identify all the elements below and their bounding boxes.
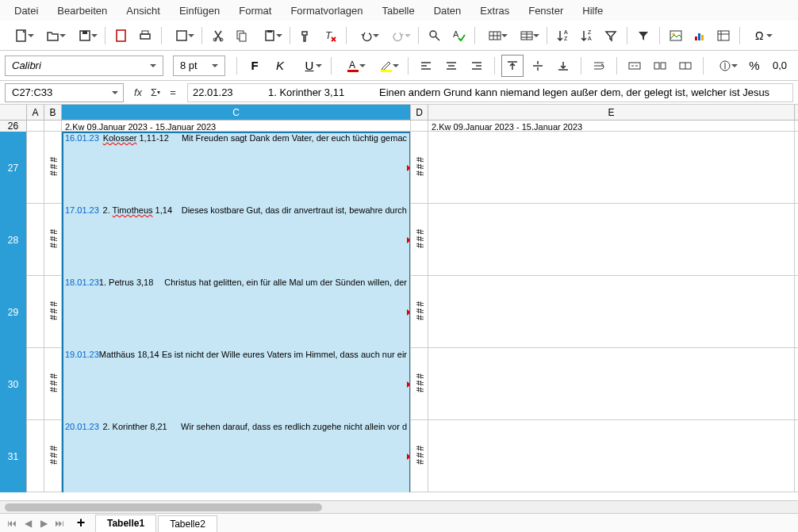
unmerge-button[interactable] <box>674 55 696 77</box>
autofilter-button[interactable] <box>600 25 622 47</box>
select-all-corner[interactable] <box>0 105 27 120</box>
menu-einfuegen[interactable]: Einfügen <box>171 2 228 20</box>
col-header-e[interactable]: E <box>428 105 795 120</box>
sheet-tab-1[interactable]: Tabelle1 <box>95 515 156 532</box>
menu-bearbeiten[interactable]: Bearbeiten <box>49 2 115 20</box>
font-size-combo[interactable]: 8 pt <box>173 55 225 76</box>
filter-button[interactable] <box>632 25 654 47</box>
font-name-combo[interactable]: Calibri <box>5 55 163 76</box>
find-button[interactable] <box>424 25 446 47</box>
cell-reference-box[interactable]: C27:C33 <box>5 83 124 102</box>
cell-b31[interactable]: ### <box>44 420 62 492</box>
italic-button[interactable]: K <box>269 55 291 77</box>
cell-c31[interactable]: 20.01.232. Korinther 8,21Wir sehen darau… <box>62 420 411 492</box>
preview-button[interactable] <box>167 25 197 47</box>
undo-button[interactable] <box>351 25 382 47</box>
menu-tabelle[interactable]: Tabelle <box>374 2 422 20</box>
image-button[interactable] <box>665 25 687 47</box>
sheet-tab-2[interactable]: Tabelle2 <box>158 515 217 532</box>
special-char-button[interactable]: Ω <box>745 25 775 47</box>
tab-prev-button[interactable]: ◀ <box>21 516 35 530</box>
highlight-button[interactable] <box>371 55 401 77</box>
copy-button[interactable] <box>231 25 253 47</box>
row-header-28[interactable]: 28 <box>0 204 27 276</box>
cell-a28[interactable] <box>27 204 44 276</box>
align-vcenter-button[interactable] <box>527 55 549 77</box>
function-wizard-button[interactable]: fx <box>130 85 146 101</box>
bold-button[interactable]: F <box>244 55 266 77</box>
cell-b27[interactable]: ### <box>44 132 62 204</box>
row-button[interactable] <box>480 25 510 47</box>
new-button[interactable] <box>6 25 36 47</box>
align-right-button[interactable] <box>466 55 488 77</box>
number-button[interactable]: 0,0 <box>769 55 791 77</box>
tab-last-button[interactable]: ⏭ <box>52 516 67 530</box>
row-header-27[interactable]: 27 <box>0 132 27 204</box>
menu-formatvorlagen[interactable]: Formatvorlagen <box>282 2 370 20</box>
cell-c30[interactable]: 19.01.23Matthäus 18,14Es ist nicht der W… <box>62 348 411 420</box>
tab-next-button[interactable]: ▶ <box>36 516 51 530</box>
percent-button[interactable]: % <box>743 55 765 77</box>
cell-e29[interactable] <box>428 276 795 348</box>
align-top-button[interactable] <box>501 55 524 77</box>
menu-ansicht[interactable]: Ansicht <box>118 2 168 20</box>
cell-e30[interactable] <box>428 348 795 420</box>
merge-button[interactable] <box>623 55 646 77</box>
clear-format-button[interactable]: T <box>319 25 341 47</box>
paste-button[interactable] <box>255 25 285 47</box>
open-button[interactable] <box>38 25 68 47</box>
cell-d28[interactable]: ### <box>411 204 428 276</box>
cell-c26[interactable]: 2.Kw 09.Januar 2023 - 15.Januar 2023 <box>62 121 411 131</box>
cell-a30[interactable] <box>27 348 44 420</box>
col-header-d[interactable]: D <box>411 105 428 120</box>
print-button[interactable] <box>134 25 156 47</box>
cell-d30[interactable]: ### <box>411 348 428 420</box>
cell-e31[interactable] <box>428 420 795 492</box>
cell-c28[interactable]: 17.01.232. Timotheus 1,14Dieses kostbare… <box>62 204 411 276</box>
cell-c29[interactable]: 18.01.231. Petrus 3,18Christus hat gelit… <box>62 276 411 348</box>
col-header-b[interactable]: B <box>44 105 62 120</box>
align-bottom-button[interactable] <box>552 55 574 77</box>
menu-extras[interactable]: Extras <box>472 2 517 20</box>
redo-button[interactable] <box>383 25 413 47</box>
spellcheck-button[interactable]: A <box>447 25 470 47</box>
align-center-button[interactable] <box>440 55 462 77</box>
row-header-29[interactable]: 29 <box>0 276 27 348</box>
cell-c27[interactable]: 16.01.23Kolosser 1,11-12Mit Freuden sagt… <box>62 132 411 204</box>
cell-d27[interactable]: ### <box>411 132 428 204</box>
cell-b26[interactable] <box>44 121 62 131</box>
cell-d26[interactable] <box>411 121 428 131</box>
formula-input[interactable]: 22.01.23 1. Korinther 3,11 Einen andern … <box>187 83 793 102</box>
cell-b29[interactable]: ### <box>44 276 62 348</box>
menu-hilfe[interactable]: Hilfe <box>574 2 611 20</box>
sort-desc-button[interactable]: ZA <box>576 25 598 47</box>
cell-a27[interactable] <box>27 132 44 204</box>
cell-e27[interactable] <box>428 132 795 204</box>
row-header-31[interactable]: 31 <box>0 420 27 492</box>
horizontal-scrollbar[interactable] <box>0 500 798 513</box>
wrap-button[interactable] <box>588 55 610 77</box>
cell-a29[interactable] <box>27 276 44 348</box>
clone-format-button[interactable] <box>295 25 317 47</box>
menu-daten[interactable]: Daten <box>426 2 470 20</box>
sum-button[interactable]: Σ▾ <box>148 85 163 101</box>
add-sheet-button[interactable]: + <box>73 515 89 531</box>
cell-b30[interactable]: ### <box>44 348 62 420</box>
cell-d31[interactable]: ### <box>411 420 428 492</box>
col-header-a[interactable]: A <box>27 105 44 120</box>
row-header-30[interactable]: 30 <box>0 348 27 420</box>
cell-a31[interactable] <box>27 420 44 492</box>
sort-asc-button[interactable]: AZ <box>552 25 574 47</box>
pivot-button[interactable] <box>712 25 735 47</box>
scrollbar-thumb[interactable] <box>5 503 322 511</box>
tab-first-button[interactable]: ⏮ <box>5 516 19 530</box>
cell-b28[interactable]: ### <box>44 204 62 276</box>
cell-e28[interactable] <box>428 204 795 276</box>
row-header-26[interactable]: 26 <box>0 121 27 132</box>
menu-fenster[interactable]: Fenster <box>520 2 571 20</box>
cell-a26[interactable] <box>27 121 44 131</box>
cell-d29[interactable]: ### <box>411 276 428 348</box>
col-header-c[interactable]: C <box>62 105 411 120</box>
chart-button[interactable] <box>689 25 711 47</box>
menu-format[interactable]: Format <box>231 2 279 20</box>
